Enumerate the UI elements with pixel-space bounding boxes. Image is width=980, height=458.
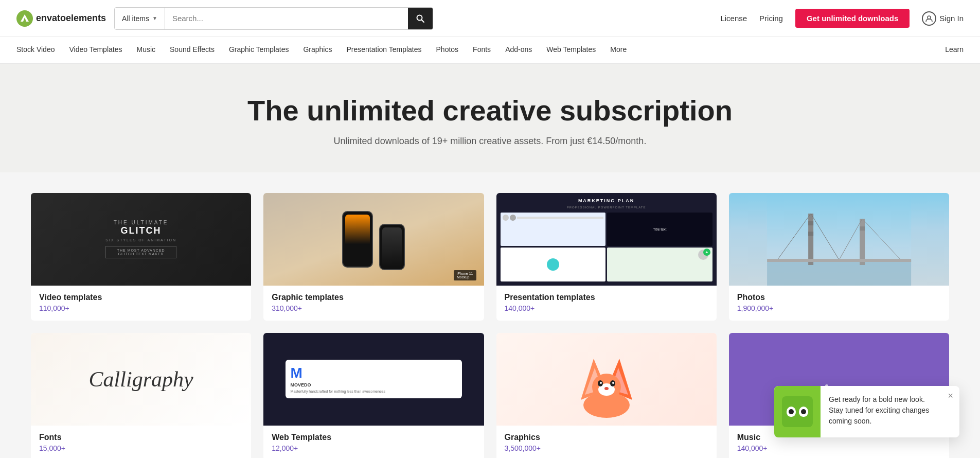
card-count-video-templates: 110,000+	[39, 304, 243, 312]
search-category-dropdown[interactable]: All items ▼	[115, 8, 165, 29]
card-count-graphics: 3,500,000+	[505, 444, 708, 452]
phone-mockup-2	[379, 224, 405, 270]
toast-close-button[interactable]: ×	[948, 391, 953, 400]
card-photos[interactable]: Photos 1,900,000+	[729, 193, 949, 321]
nav-learn[interactable]: Learn	[945, 37, 964, 63]
hero-section: The unlimited creative subscription Unli…	[0, 64, 980, 172]
card-count-photos: 1,900,000+	[737, 304, 941, 312]
hero-subheading: Unlimited downloads of 19+ million creat…	[10, 136, 970, 147]
card-count-fonts: 15,000+	[39, 444, 243, 452]
nav-add-ons[interactable]: Add-ons	[505, 37, 532, 63]
svg-line-2	[422, 20, 424, 22]
search-icon	[416, 14, 424, 23]
card-info-graphic-templates: Graphic templates 310,000+	[263, 286, 484, 321]
svg-rect-7	[860, 219, 865, 265]
glitch-description: THE MOST ADVANCEDGLITCH TEXT MAKER	[110, 249, 172, 256]
signin-link[interactable]: Sign In	[922, 11, 964, 26]
card-count-music: 140,000+	[737, 444, 941, 452]
svg-rect-9	[808, 232, 813, 236]
license-link[interactable]: License	[720, 14, 747, 23]
phone-label: iPhone 11Mockup	[454, 270, 476, 280]
nav-stock-video[interactable]: Stock Video	[16, 37, 55, 63]
phone-mockup	[342, 211, 373, 268]
card-title-presentation-templates: Presentation templates	[505, 293, 708, 302]
monster-mascot	[782, 396, 813, 427]
search-input[interactable]	[165, 8, 408, 29]
svg-rect-5	[767, 260, 911, 286]
search-category-label: All items	[122, 14, 149, 23]
nav-video-templates[interactable]: Video Templates	[69, 37, 122, 63]
nav-presentation-templates[interactable]: Presentation Templates	[346, 37, 421, 63]
card-video-templates[interactable]: THE ULTIMATE GLITCH SIX STYLES OF ANIMAT…	[31, 193, 251, 321]
card-count-graphic-templates: 310,000+	[272, 304, 475, 312]
card-title-photos: Photos	[737, 293, 941, 302]
toast-notification: Get ready for a bold new look. Stay tune…	[774, 386, 959, 437]
ppt-subtitle: PROFESSIONAL POWERPOINT TEMPLATE	[501, 206, 712, 209]
card-presentation-templates[interactable]: MARKETING PLAN PROFESSIONAL POWERPOINT T…	[496, 193, 717, 321]
category-navbar: Stock Video Video Templates Music Sound …	[0, 37, 980, 64]
nav-web-templates[interactable]: Web Templates	[546, 37, 596, 63]
card-image-photos	[729, 193, 949, 286]
user-icon	[925, 15, 933, 22]
chevron-down-icon: ▼	[152, 15, 157, 21]
card-info-web-templates: Web Templates 12,000+	[263, 426, 484, 458]
card-graphic-templates[interactable]: iPhone 11Mockup Graphic templates 310,00…	[263, 193, 484, 321]
card-image-fonts: Calligraphy	[31, 333, 251, 426]
card-info-fonts: Fonts 15,000+	[31, 426, 251, 458]
svg-point-3	[928, 16, 931, 19]
logo-wordmark: envatoelements	[36, 13, 106, 24]
web-template-preview: M MOVEDO Masterfully handcrafted for not…	[263, 333, 484, 426]
ppt-marketing-label: MARKETING PLAN	[501, 197, 712, 204]
nav-graphic-templates[interactable]: Graphic Templates	[229, 37, 289, 63]
nav-sound-effects[interactable]: Sound Effects	[170, 37, 215, 63]
card-image-graphics	[496, 333, 717, 426]
search-bar: All items ▼	[114, 7, 433, 30]
movedo-tagline: Masterfully handcrafted for nothing less…	[291, 390, 457, 393]
nav-graphics[interactable]: Graphics	[303, 37, 332, 63]
card-title-fonts: Fonts	[39, 433, 243, 442]
svg-point-25	[600, 382, 602, 384]
graphic-template-preview: iPhone 11Mockup	[263, 193, 484, 286]
glitch-label: THE ULTIMATE	[105, 220, 176, 225]
pricing-link[interactable]: Pricing	[759, 14, 783, 23]
glitch-title: GLITCH	[105, 225, 176, 237]
svg-point-27	[604, 387, 609, 390]
card-title-video-templates: Video templates	[39, 293, 243, 302]
card-graphics[interactable]: Graphics 3,500,000+	[496, 333, 717, 458]
card-info-presentation-templates: Presentation templates 140,000+	[496, 286, 717, 321]
photos-bridge-preview	[729, 193, 949, 286]
card-info-photos: Photos 1,900,000+	[729, 286, 949, 321]
search-button[interactable]	[408, 8, 433, 29]
card-info-graphics: Graphics 3,500,000+	[496, 426, 717, 458]
fonts-calligraphy-preview: Calligraphy	[31, 333, 251, 426]
card-image-presentation-templates: MARKETING PLAN PROFESSIONAL POWERPOINT T…	[496, 193, 717, 286]
card-web-templates[interactable]: M MOVEDO Masterfully handcrafted for not…	[263, 333, 484, 458]
card-count-web-templates: 12,000+	[272, 444, 475, 452]
hero-heading: The unlimited creative subscription	[10, 95, 970, 127]
card-title-web-templates: Web Templates	[272, 433, 475, 442]
nav-more[interactable]: More	[610, 37, 627, 63]
toast-content: Get ready for a bold new look. Stay tune…	[821, 386, 959, 435]
header: envatoelements All items ▼ License Prici…	[0, 0, 980, 37]
toast-message: Get ready for a bold new look. Stay tune…	[829, 394, 939, 427]
get-unlimited-button[interactable]: Get unlimited downloads	[795, 9, 910, 28]
card-fonts[interactable]: Calligraphy Fonts 15,000+	[31, 333, 251, 458]
svg-rect-15	[767, 259, 911, 262]
card-count-presentation-templates: 140,000+	[505, 304, 708, 312]
teal-circle	[547, 258, 559, 271]
svg-rect-8	[808, 221, 813, 225]
nav-photos[interactable]: Photos	[436, 37, 459, 63]
nav-music[interactable]: Music	[136, 37, 155, 63]
logo[interactable]: envatoelements	[16, 10, 106, 27]
graphics-fox-preview	[496, 333, 717, 426]
card-info-video-templates: Video templates 110,000+	[31, 286, 251, 321]
signin-label: Sign In	[939, 14, 964, 23]
nav-fonts[interactable]: Fonts	[473, 37, 491, 63]
movedo-m-logo: M	[291, 365, 457, 381]
card-image-web-templates: M MOVEDO Masterfully handcrafted for not…	[263, 333, 484, 426]
card-image-video-templates: THE ULTIMATE GLITCH SIX STYLES OF ANIMAT…	[31, 193, 251, 286]
title-text-slide: Title text	[653, 227, 666, 231]
user-avatar-icon	[922, 11, 936, 26]
movedo-brand: MOVEDO	[291, 382, 457, 387]
glitch-subtitle: SIX STYLES OF ANIMATION	[105, 238, 176, 242]
